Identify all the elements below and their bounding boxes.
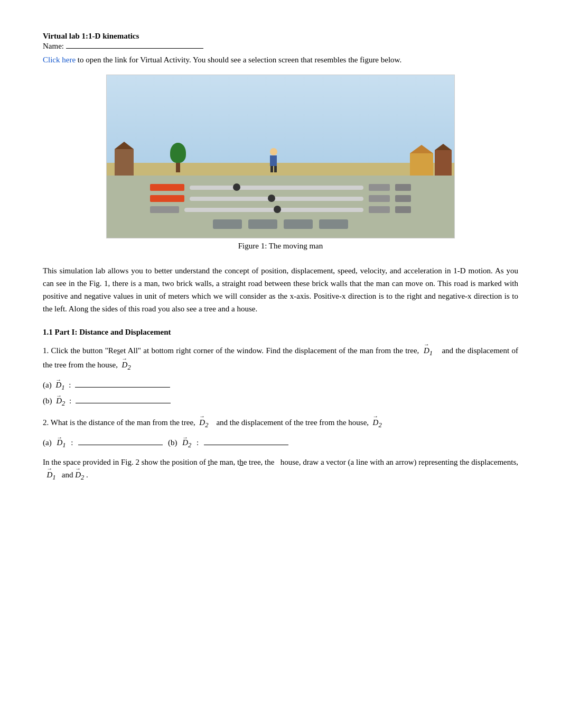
- sim-control-panel: [107, 176, 454, 237]
- q1-text: 1. Click the button "Reset All" at botto…: [43, 344, 518, 373]
- sim-roof1: [115, 142, 134, 149]
- intro-paragraph: Click here to open the link for Virtual …: [43, 54, 518, 66]
- q2-answers: (a) D1 : (b) D2 :: [43, 436, 518, 449]
- q2-extra-and: and: [56, 471, 76, 479]
- description-paragraph: This simulation lab allows you to better…: [43, 264, 518, 315]
- name-label: Name:: [43, 42, 64, 50]
- name-line: Name:: [43, 42, 518, 51]
- sim-left-building: [115, 142, 134, 176]
- q2-a-label: (a): [43, 438, 53, 447]
- sim-right-house: [410, 145, 433, 176]
- sim-label2: [150, 195, 184, 202]
- sim-control-row2: [150, 195, 411, 202]
- intro-body: to open the link for Virtual Activity. Y…: [76, 56, 401, 64]
- q2-b-colon: :: [194, 438, 201, 447]
- q2-text: 2. What is the distance of the man from …: [43, 416, 518, 430]
- q1-text-main: 1. Click the button "Reset All" at botto…: [43, 346, 424, 355]
- sim-wall2-roof: [435, 144, 452, 150]
- q2-b-blank[interactable]: [204, 436, 288, 445]
- q1-answers: (a) D1 : (b) D2 :: [43, 378, 518, 408]
- q1-a-blank[interactable]: [75, 378, 170, 388]
- sim-tree: [170, 143, 186, 172]
- sim-slider1: [190, 186, 363, 190]
- name-underline-field[interactable]: [66, 48, 203, 49]
- q1-b-colon: :: [67, 397, 73, 406]
- sim-control-row1: [150, 184, 411, 191]
- sim-man-legs: [270, 166, 277, 172]
- sim-value3: [369, 206, 390, 213]
- page-title: Virtual lab 1:1-D kinematics: [43, 32, 518, 41]
- q2-mid: and the displacement of the tree from th…: [208, 418, 372, 427]
- sim-btn3: [284, 219, 313, 229]
- sim-slider3: [184, 208, 363, 212]
- q2-answer-row: (a) D1 : (b) D2 :: [43, 436, 518, 449]
- q2-extra-text: In the space provided in Fig. 2 show the…: [43, 456, 518, 483]
- sim-man-body: [270, 155, 277, 166]
- sim-man: [270, 148, 277, 172]
- q2-a-d1: D1: [57, 438, 66, 449]
- sim-btn-row: [213, 219, 348, 229]
- sim-man-leg2: [274, 166, 277, 172]
- q1-b-label: (b): [43, 397, 54, 406]
- q2-extra-part1: In the space provided in Fig. 2 show the…: [43, 458, 518, 479]
- figure-container: Figure 1: The moving man: [43, 75, 518, 256]
- sim-man-leg1: [270, 166, 273, 172]
- q1-answer-a: (a) D1 :: [43, 378, 518, 392]
- q1-answer-b: (b) D2 :: [43, 394, 518, 408]
- sim-wall1: [115, 149, 134, 176]
- q1-a-label: (a): [43, 381, 53, 390]
- sim-sky: [107, 75, 454, 164]
- sim-unit2: [395, 195, 411, 202]
- q2-b-label: (b): [166, 438, 179, 447]
- sim-wall2-body: [435, 150, 452, 176]
- q1-b-blank[interactable]: [76, 394, 171, 403]
- q2-a-colon: :: [69, 438, 76, 447]
- sim-thumb1: [233, 183, 240, 191]
- question1: 1. Click the button "Reset All" at botto…: [43, 344, 518, 408]
- sim-control-row3: [150, 206, 411, 213]
- page-content: Virtual lab 1:1-D kinematics Name: Click…: [43, 32, 518, 483]
- virtual-activity-link[interactable]: Click here: [43, 56, 76, 64]
- sim-right-wall: [435, 144, 452, 176]
- sim-value2: [369, 195, 390, 202]
- sim-thumb3: [274, 206, 281, 213]
- q2-text-main: 2. What is the distance of the man from …: [43, 418, 199, 427]
- sim-unit1: [395, 184, 411, 191]
- q2-extra-end: .: [84, 471, 88, 479]
- figure-caption: Figure 1: The moving man: [238, 242, 323, 251]
- sim-btn2: [248, 219, 277, 229]
- section-title: 1.1 Part I: Distance and Displacement: [43, 328, 518, 337]
- simulation-screenshot: [106, 75, 455, 238]
- q2-extra-d1: D1: [47, 468, 56, 483]
- q1-d2: D2: [122, 358, 131, 373]
- q2-a-blank[interactable]: [78, 436, 163, 445]
- sim-btn1: [213, 219, 242, 229]
- q1-d1: D1: [424, 344, 433, 358]
- q1-b-d2: D2: [56, 397, 65, 408]
- sim-tree-trunk: [176, 163, 180, 172]
- sim-house-body: [410, 153, 433, 176]
- sim-label1: [150, 184, 184, 191]
- sim-man-head: [270, 148, 277, 155]
- sim-btn4: [319, 219, 348, 229]
- sim-value1: [369, 184, 390, 191]
- q2-b-d2: D2: [182, 438, 191, 449]
- sim-road: [107, 163, 454, 176]
- sim-thumb2: [268, 195, 275, 202]
- q2-d2-ref: D2: [199, 416, 208, 430]
- q1-a-d1: D1: [55, 381, 64, 392]
- sim-unit3: [395, 206, 411, 213]
- q2-extra-d2: D2: [75, 468, 84, 483]
- q1-a-colon: :: [67, 381, 73, 390]
- sim-house-roof: [410, 145, 433, 153]
- question2: 2. What is the distance of the man from …: [43, 416, 518, 483]
- sim-tree-top: [170, 143, 186, 163]
- q2-d2-ref2: D2: [373, 416, 382, 430]
- sim-slider2: [190, 197, 363, 201]
- sim-label3: [150, 206, 179, 213]
